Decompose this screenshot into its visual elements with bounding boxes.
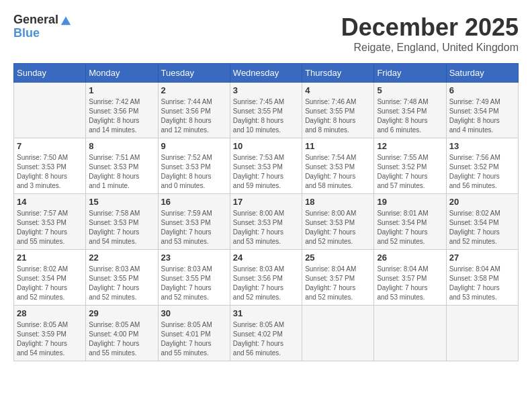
location-subtitle: Reigate, England, United Kingdom bbox=[341, 42, 519, 54]
day-info: Sunrise: 7:51 AMSunset: 3:53 PMDaylight:… bbox=[89, 153, 154, 191]
day-number: 12 bbox=[377, 141, 443, 151]
day-info: Sunrise: 8:05 AMSunset: 4:01 PMDaylight:… bbox=[161, 320, 227, 358]
day-number: 24 bbox=[233, 253, 299, 263]
day-number: 17 bbox=[233, 197, 299, 207]
day-info: Sunrise: 8:03 AMSunset: 3:55 PMDaylight:… bbox=[89, 265, 154, 302]
day-number: 28 bbox=[17, 308, 83, 318]
day-number: 30 bbox=[161, 308, 227, 318]
day-number: 11 bbox=[305, 141, 371, 151]
calendar-cell: 28Sunrise: 8:05 AMSunset: 3:59 PMDayligh… bbox=[14, 306, 86, 361]
calendar-cell: 21Sunrise: 8:02 AMSunset: 3:54 PMDayligh… bbox=[14, 250, 86, 306]
day-number: 15 bbox=[89, 197, 154, 207]
calendar-cell: 24Sunrise: 8:03 AMSunset: 3:56 PMDayligh… bbox=[230, 250, 302, 306]
day-number: 29 bbox=[89, 308, 154, 318]
calendar-cell: 17Sunrise: 8:00 AMSunset: 3:53 PMDayligh… bbox=[230, 194, 302, 250]
day-number: 20 bbox=[449, 197, 515, 207]
calendar-cell: 10Sunrise: 7:53 AMSunset: 3:53 PMDayligh… bbox=[230, 138, 302, 194]
day-info: Sunrise: 7:56 AMSunset: 3:52 PMDaylight:… bbox=[449, 153, 515, 191]
weekday-header: Sunday bbox=[14, 64, 86, 83]
day-number: 7 bbox=[17, 141, 83, 151]
day-info: Sunrise: 7:55 AMSunset: 3:52 PMDaylight:… bbox=[377, 153, 443, 191]
day-number: 5 bbox=[377, 85, 443, 95]
day-number: 19 bbox=[377, 197, 443, 207]
day-info: Sunrise: 8:03 AMSunset: 3:55 PMDaylight:… bbox=[161, 265, 227, 302]
svg-marker-0 bbox=[61, 16, 71, 25]
calendar-cell: 4Sunrise: 7:46 AMSunset: 3:55 PMDaylight… bbox=[302, 83, 374, 138]
day-info: Sunrise: 7:45 AMSunset: 3:55 PMDaylight:… bbox=[233, 97, 299, 135]
day-number: 18 bbox=[305, 197, 371, 207]
calendar-cell: 11Sunrise: 7:54 AMSunset: 3:53 PMDayligh… bbox=[302, 138, 374, 194]
day-number: 14 bbox=[17, 197, 83, 207]
day-number: 9 bbox=[161, 141, 227, 151]
logo-line1: General bbox=[13, 13, 58, 27]
day-number: 3 bbox=[233, 85, 299, 95]
calendar-cell: 15Sunrise: 7:58 AMSunset: 3:53 PMDayligh… bbox=[86, 194, 158, 250]
day-info: Sunrise: 8:01 AMSunset: 3:54 PMDaylight:… bbox=[377, 209, 443, 246]
month-title: December 2025 bbox=[341, 13, 519, 42]
weekday-header: Monday bbox=[86, 64, 158, 83]
calendar-cell: 31Sunrise: 8:05 AMSunset: 4:02 PMDayligh… bbox=[230, 306, 302, 361]
day-number: 1 bbox=[89, 85, 154, 95]
calendar-cell: 16Sunrise: 7:59 AMSunset: 3:53 PMDayligh… bbox=[158, 194, 230, 250]
day-info: Sunrise: 7:58 AMSunset: 3:53 PMDaylight:… bbox=[89, 209, 154, 246]
calendar-week: 21Sunrise: 8:02 AMSunset: 3:54 PMDayligh… bbox=[14, 250, 519, 306]
calendar-cell: 18Sunrise: 8:00 AMSunset: 3:53 PMDayligh… bbox=[302, 194, 374, 250]
logo: General Blue bbox=[13, 13, 72, 40]
day-info: Sunrise: 8:04 AMSunset: 3:57 PMDaylight:… bbox=[377, 265, 443, 302]
calendar-cell bbox=[374, 306, 446, 361]
day-number: 10 bbox=[233, 141, 299, 151]
day-number: 23 bbox=[161, 253, 227, 263]
day-info: Sunrise: 8:00 AMSunset: 3:53 PMDaylight:… bbox=[305, 209, 371, 246]
calendar-week: 14Sunrise: 7:57 AMSunset: 3:53 PMDayligh… bbox=[14, 194, 519, 250]
day-info: Sunrise: 7:42 AMSunset: 3:56 PMDaylight:… bbox=[89, 97, 154, 135]
calendar-cell: 6Sunrise: 7:49 AMSunset: 3:54 PMDaylight… bbox=[446, 83, 518, 138]
day-number: 6 bbox=[449, 85, 515, 95]
calendar-cell: 8Sunrise: 7:51 AMSunset: 3:53 PMDaylight… bbox=[86, 138, 158, 194]
calendar-cell: 9Sunrise: 7:52 AMSunset: 3:53 PMDaylight… bbox=[158, 138, 230, 194]
calendar-cell: 25Sunrise: 8:04 AMSunset: 3:57 PMDayligh… bbox=[302, 250, 374, 306]
day-number: 4 bbox=[305, 85, 371, 95]
calendar-cell: 26Sunrise: 8:04 AMSunset: 3:57 PMDayligh… bbox=[374, 250, 446, 306]
day-info: Sunrise: 8:04 AMSunset: 3:58 PMDaylight:… bbox=[449, 265, 515, 302]
calendar-cell: 3Sunrise: 7:45 AMSunset: 3:55 PMDaylight… bbox=[230, 83, 302, 138]
day-number: 2 bbox=[161, 85, 227, 95]
calendar-week: 7Sunrise: 7:50 AMSunset: 3:53 PMDaylight… bbox=[14, 138, 519, 194]
calendar-cell: 20Sunrise: 8:02 AMSunset: 3:54 PMDayligh… bbox=[446, 194, 518, 250]
calendar-cell: 5Sunrise: 7:48 AMSunset: 3:54 PMDaylight… bbox=[374, 83, 446, 138]
day-info: Sunrise: 7:49 AMSunset: 3:54 PMDaylight:… bbox=[449, 97, 515, 135]
calendar-cell bbox=[302, 306, 374, 361]
day-info: Sunrise: 8:03 AMSunset: 3:56 PMDaylight:… bbox=[233, 265, 299, 302]
calendar-cell bbox=[446, 306, 518, 361]
calendar-cell: 23Sunrise: 8:03 AMSunset: 3:55 PMDayligh… bbox=[158, 250, 230, 306]
day-info: Sunrise: 7:54 AMSunset: 3:53 PMDaylight:… bbox=[305, 153, 371, 191]
day-number: 22 bbox=[89, 253, 154, 263]
day-info: Sunrise: 7:44 AMSunset: 3:56 PMDaylight:… bbox=[161, 97, 227, 135]
calendar-cell bbox=[14, 83, 86, 138]
day-number: 25 bbox=[305, 253, 371, 263]
day-info: Sunrise: 7:53 AMSunset: 3:53 PMDaylight:… bbox=[233, 153, 299, 191]
calendar-cell: 12Sunrise: 7:55 AMSunset: 3:52 PMDayligh… bbox=[374, 138, 446, 194]
calendar-week: 28Sunrise: 8:05 AMSunset: 3:59 PMDayligh… bbox=[14, 306, 519, 361]
calendar-body: 1Sunrise: 7:42 AMSunset: 3:56 PMDaylight… bbox=[14, 83, 519, 361]
calendar-week: 1Sunrise: 7:42 AMSunset: 3:56 PMDaylight… bbox=[14, 83, 519, 138]
day-info: Sunrise: 7:59 AMSunset: 3:53 PMDaylight:… bbox=[161, 209, 227, 246]
day-number: 27 bbox=[449, 253, 515, 263]
calendar-cell: 29Sunrise: 8:05 AMSunset: 4:00 PMDayligh… bbox=[86, 306, 158, 361]
day-info: Sunrise: 8:02 AMSunset: 3:54 PMDaylight:… bbox=[449, 209, 515, 246]
day-number: 13 bbox=[449, 141, 515, 151]
day-info: Sunrise: 7:52 AMSunset: 3:53 PMDaylight:… bbox=[161, 153, 227, 191]
day-info: Sunrise: 7:50 AMSunset: 3:53 PMDaylight:… bbox=[17, 153, 83, 191]
calendar-cell: 2Sunrise: 7:44 AMSunset: 3:56 PMDaylight… bbox=[158, 83, 230, 138]
logo-icon bbox=[60, 14, 72, 26]
day-number: 16 bbox=[161, 197, 227, 207]
logo-line2: Blue bbox=[13, 27, 40, 40]
day-number: 8 bbox=[89, 141, 154, 151]
day-info: Sunrise: 8:04 AMSunset: 3:57 PMDaylight:… bbox=[305, 265, 371, 302]
calendar-cell: 19Sunrise: 8:01 AMSunset: 3:54 PMDayligh… bbox=[374, 194, 446, 250]
day-info: Sunrise: 8:05 AMSunset: 4:00 PMDaylight:… bbox=[89, 320, 154, 358]
day-number: 21 bbox=[17, 253, 83, 263]
calendar-table: SundayMondayTuesdayWednesdayThursdayFrid… bbox=[13, 63, 519, 361]
day-info: Sunrise: 8:05 AMSunset: 3:59 PMDaylight:… bbox=[17, 320, 83, 358]
day-info: Sunrise: 7:46 AMSunset: 3:55 PMDaylight:… bbox=[305, 97, 371, 135]
calendar-header: SundayMondayTuesdayWednesdayThursdayFrid… bbox=[14, 64, 519, 83]
